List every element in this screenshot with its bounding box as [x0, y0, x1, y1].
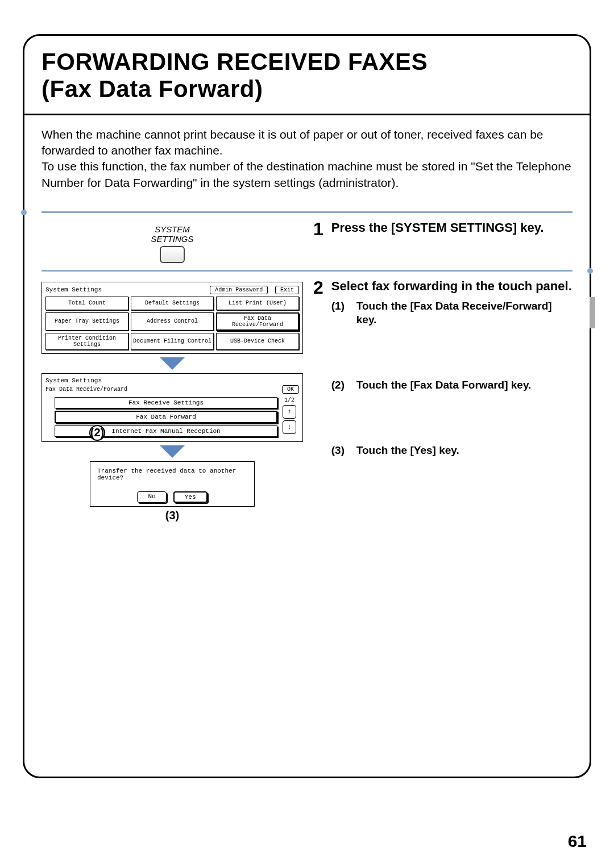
- substep-2: (2) Touch the [Fax Data Forward] key.: [331, 378, 572, 393]
- step-row-2: System Settings Admin Password Exit Tota…: [42, 270, 572, 565]
- btn-list-print-user[interactable]: List Print (User): [216, 297, 299, 310]
- step2-illustrations: System Settings Admin Password Exit Tota…: [42, 278, 303, 565]
- ok-button[interactable]: OK: [282, 385, 299, 394]
- substep-3: (3) Touch the [Yes] key.: [331, 444, 572, 458]
- intro-text-1: When the machine cannot print because it…: [42, 127, 572, 159]
- substep-2-num: (2): [331, 378, 351, 393]
- substep-3-text: Touch the [Yes] key.: [356, 444, 459, 458]
- substep-1-num: (1): [331, 299, 351, 327]
- exit-button[interactable]: Exit: [275, 286, 299, 294]
- item-fax-receive-settings[interactable]: Fax Receive Settings: [55, 397, 277, 408]
- page-frame: FORWARDING RECEIVED FAXES (Fax Data Forw…: [23, 34, 591, 778]
- touch-panel-system-settings: System Settings Admin Password Exit Tota…: [42, 282, 303, 354]
- title-box: FORWARDING RECEIVED FAXES (Fax Data Forw…: [24, 36, 590, 115]
- key-label: SYSTEM SETTINGS: [42, 224, 303, 244]
- step1-text: 1 Press the [SYSTEM SETTINGS] key.: [303, 220, 572, 263]
- admin-password-button[interactable]: Admin Password: [210, 286, 268, 294]
- panel2-pager: 1/2 ↑ ↓: [281, 397, 298, 437]
- confirm-choices: No Yes: [97, 491, 247, 503]
- arrow-down-icon: [160, 445, 185, 458]
- divider-dot: [21, 210, 27, 215]
- btn-paper-tray-settings[interactable]: Paper Tray Settings: [45, 312, 128, 331]
- intro-paragraph: When the machine cannot print because it…: [24, 115, 590, 199]
- page-down-button[interactable]: ↓: [283, 420, 296, 434]
- item-internet-fax-manual-reception[interactable]: Internet Fax Manual Reception (2): [55, 425, 277, 437]
- step2-number: 2: [313, 278, 323, 297]
- substep-2-text: Touch the [Fax Data Forward] key.: [356, 378, 532, 393]
- item-fax-data-forward[interactable]: Fax Data Forward: [55, 411, 277, 423]
- step2-substeps: (1) Touch the [Fax Data Receive/Forward]…: [331, 299, 572, 458]
- substep-1-text: Touch the [Fax Data Receive/Forward] key…: [356, 299, 572, 327]
- physical-key-icon: [160, 246, 185, 263]
- btn-fax-data-receive-forward[interactable]: Fax Data Receive/Forward: [216, 312, 299, 331]
- step1-title: Press the [SYSTEM SETTINGS] key.: [331, 220, 572, 236]
- step1-number: 1: [313, 220, 323, 238]
- btn-printer-condition-settings[interactable]: Printer Condition Settings: [45, 333, 128, 350]
- title-line-2: (Fax Data Forward): [42, 76, 263, 102]
- section-tab: [590, 297, 595, 328]
- callout-3: (3): [42, 509, 303, 522]
- touch-panel-confirm-dialog: Transfer the received data to another de…: [90, 461, 255, 507]
- step1-illustration: SYSTEM SETTINGS: [42, 220, 303, 263]
- btn-document-filing-control[interactable]: Document Filing Control: [131, 333, 214, 350]
- panel1-grid: Total Count Default Settings List Print …: [45, 297, 299, 350]
- page-indicator: 1/2: [284, 397, 294, 403]
- page-up-button[interactable]: ↑: [283, 405, 296, 419]
- key-label-line2: SETTINGS: [151, 234, 193, 244]
- divider-dot: [587, 268, 593, 274]
- panel2-list-area: Fax Receive Settings Fax Data Forward In…: [45, 396, 299, 438]
- yes-button[interactable]: Yes: [173, 491, 208, 503]
- btn-usb-device-check[interactable]: USB-Device Check: [216, 333, 299, 350]
- substep-3-num: (3): [331, 444, 351, 458]
- panel2-breadcrumb-row: Fax Data Receive/Forward OK: [45, 384, 299, 396]
- step-row-1: SYSTEM SETTINGS 1 Press the [SYSTEM SETT…: [42, 211, 572, 263]
- panel1-header-title: System Settings: [45, 286, 102, 293]
- key-label-line1: SYSTEM: [155, 224, 190, 234]
- panel2-breadcrumb: Fax Data Receive/Forward: [45, 386, 127, 393]
- step2-text: 2 Select fax forwarding in the touch pan…: [303, 278, 572, 565]
- btn-default-settings[interactable]: Default Settings: [131, 297, 214, 310]
- item-ifax-text: Internet Fax Manual Reception: [111, 428, 220, 435]
- no-button[interactable]: No: [137, 491, 166, 503]
- system-settings-key-illustration: SYSTEM SETTINGS: [42, 224, 303, 263]
- page-number: 61: [568, 832, 587, 851]
- panel2-list: Fax Receive Settings Fax Data Forward In…: [55, 397, 277, 437]
- btn-address-control[interactable]: Address Control: [131, 312, 214, 331]
- step2-title: Select fax forwarding in the touch panel…: [331, 278, 572, 295]
- confirm-prompt: Transfer the received data to another de…: [97, 468, 247, 481]
- btn-total-count[interactable]: Total Count: [45, 297, 128, 310]
- callout-2: (2): [89, 425, 105, 441]
- content-area: SYSTEM SETTINGS 1 Press the [SYSTEM SETT…: [24, 199, 590, 565]
- page-title: FORWARDING RECEIVED FAXES (Fax Data Forw…: [42, 48, 572, 103]
- title-line-1: FORWARDING RECEIVED FAXES: [42, 48, 428, 75]
- arrow-down-icon: [160, 357, 185, 370]
- intro-text-2: To use this function, the fax number of …: [42, 158, 572, 191]
- touch-panel-fax-data-receive-forward: System Settings Fax Data Receive/Forward…: [42, 373, 303, 442]
- panel2-header-title: System Settings: [45, 377, 299, 384]
- substep-1: (1) Touch the [Fax Data Receive/Forward]…: [331, 299, 572, 327]
- panel1-header: System Settings Admin Password Exit: [45, 286, 299, 294]
